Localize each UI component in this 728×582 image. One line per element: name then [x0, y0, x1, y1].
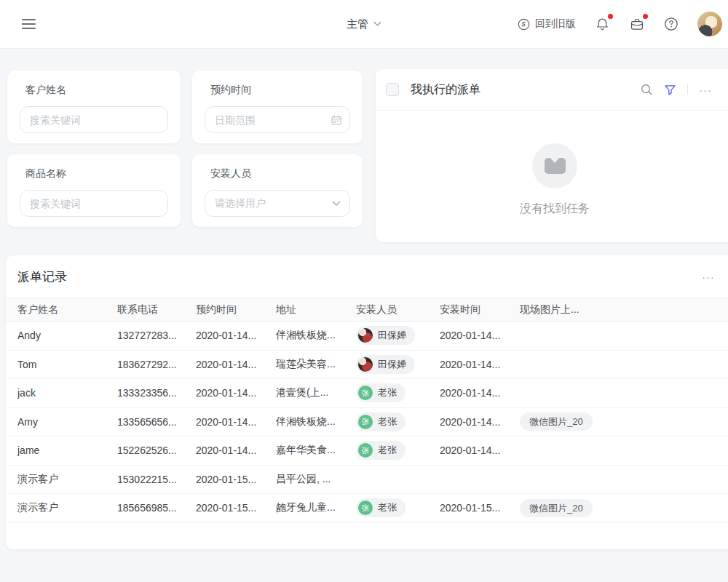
filter-label-product-name: 商品名称 — [25, 167, 168, 180]
cell-appointment-time: 2020-01-15... — [196, 474, 276, 485]
filter-card-appointment-time: 预约时间 — [192, 71, 363, 143]
installer-select-placeholder: 请选择用户 — [215, 197, 266, 210]
select-all-checkbox[interactable] — [386, 83, 399, 96]
installer-avatar — [358, 328, 373, 343]
cell-customer-name: jack — [17, 387, 117, 399]
topbar-actions: 回到旧版 — [518, 0, 724, 48]
menu-hamburger-icon[interactable] — [22, 19, 36, 29]
installer-tag: 张 老张 — [356, 383, 405, 402]
my-tasks-title: 我执行的派单 — [411, 82, 640, 97]
installer-tag: 田保婵 — [356, 355, 415, 374]
cell-appointment-time: 2020-01-14... — [196, 416, 276, 428]
cell-address: 嘉年华美食... — [276, 444, 356, 457]
cell-customer-name: Tom — [17, 359, 117, 370]
column-header: 安装人员 — [356, 303, 440, 316]
notification-dot — [608, 14, 613, 19]
cell-install-time: 2020-01-14... — [440, 359, 520, 370]
dispatch-records-title: 派单记录 — [17, 268, 67, 285]
cell-installer: 张 老张 — [356, 498, 440, 517]
bell-icon — [595, 17, 610, 32]
column-header: 地址 — [276, 303, 356, 316]
filter-label-installer: 安装人员 — [210, 167, 350, 180]
cell-install-time: 2020-01-15... — [440, 502, 520, 514]
dispatch-records-card: 派单记录 ··· 客户姓名联系电话预约时间地址安装人员安装时间现场图片上... … — [6, 255, 728, 549]
filter-card-installer: 安装人员 请选择用户 — [192, 154, 363, 227]
table-header-row: 客户姓名联系电话预约时间地址安装人员安装时间现场图片上... — [6, 298, 728, 322]
cell-installer: 田保婵 — [356, 326, 440, 345]
my-tasks-header: 我执行的派单 ··· — [376, 69, 728, 111]
table-row[interactable]: jack 133323356... 2020-01-14... 港壹煲(上...… — [6, 379, 728, 408]
table-row[interactable]: Amy 133565656... 2020-01-14... 伴湘铁板烧... … — [6, 408, 728, 437]
cell-appointment-time: 2020-01-14... — [196, 387, 276, 399]
cell-address: 龅牙兔儿童... — [276, 501, 356, 514]
more-actions-icon[interactable]: ··· — [699, 84, 712, 95]
cell-phone: 132727283... — [117, 330, 196, 341]
installer-select[interactable]: 请选择用户 — [205, 190, 350, 217]
help-button[interactable] — [664, 17, 678, 31]
chevron-down-icon — [332, 201, 341, 207]
cell-appointment-time: 2020-01-15... — [196, 502, 276, 514]
cell-phone: 133323356... — [117, 387, 196, 399]
user-avatar[interactable] — [697, 12, 722, 36]
product-name-input[interactable] — [20, 190, 168, 217]
installer-tag: 张 老张 — [356, 412, 405, 431]
cell-customer-name: jame — [17, 445, 117, 456]
date-range-input[interactable] — [205, 106, 350, 133]
customer-name-input[interactable] — [20, 106, 168, 133]
installer-name: 老张 — [378, 386, 397, 399]
cell-site-image: 微信图片_20 — [520, 412, 728, 431]
notification-bell-button[interactable] — [595, 17, 610, 32]
cell-installer: 张 老张 — [356, 383, 440, 402]
cell-phone: 153022215... — [117, 474, 196, 485]
my-tasks-panel: 我执行的派单 ··· 没有找到任务 — [376, 69, 728, 242]
cell-customer-name: 演示客户 — [17, 473, 117, 486]
table-row[interactable]: Andy 132727283... 2020-01-14... 伴湘铁板烧...… — [6, 322, 728, 351]
back-to-old-version-button[interactable]: 回到旧版 — [518, 17, 576, 31]
table-row[interactable]: jame 152262526... 2020-01-14... 嘉年华美食...… — [6, 436, 728, 466]
installer-tag: 田保婵 — [356, 326, 415, 345]
cell-address: 伴湘铁板烧... — [276, 329, 356, 342]
installer-tag: 张 老张 — [356, 498, 405, 517]
table-row[interactable]: 演示客户 153022215... 2020-01-15... 昌平公园, ..… — [6, 466, 728, 495]
cell-appointment-time: 2020-01-14... — [196, 330, 276, 341]
more-actions-icon[interactable]: ··· — [702, 271, 715, 282]
cell-customer-name: Andy — [17, 330, 117, 341]
installer-tag: 张 老张 — [356, 441, 405, 460]
workbench-button[interactable] — [629, 17, 645, 32]
empty-inbox-icon — [532, 143, 577, 188]
cell-phone: 152262526... — [117, 445, 196, 456]
installer-name: 老张 — [378, 501, 397, 514]
filter-label-customer-name: 客户姓名 — [25, 84, 168, 97]
filter-funnel-icon[interactable] — [664, 84, 676, 96]
top-bar: 主管 回到旧版 — [0, 0, 728, 49]
installer-avatar: 张 — [358, 443, 373, 458]
divider — [687, 84, 688, 95]
installer-avatar: 张 — [358, 415, 373, 429]
site-image-tag[interactable]: 微信图片_20 — [520, 499, 593, 517]
column-header: 现场图片上... — [520, 303, 728, 316]
installer-avatar: 张 — [358, 501, 373, 515]
installer-name: 田保婵 — [378, 329, 406, 342]
cell-appointment-time: 2020-01-14... — [196, 359, 276, 370]
installer-avatar: 张 — [358, 386, 373, 400]
cell-installer: 张 老张 — [356, 412, 440, 431]
column-header: 预约时间 — [196, 303, 276, 316]
filter-label-appointment-time: 预约时间 — [210, 84, 350, 97]
table-row[interactable]: Tom 183627292... 2020-01-14... 瑞莲朵美容... … — [6, 351, 728, 380]
cell-install-time: 2020-01-14... — [440, 387, 520, 399]
cell-install-time: 2020-01-14... — [440, 416, 520, 428]
role-label: 主管 — [347, 17, 368, 31]
installer-name: 老张 — [378, 415, 397, 428]
installer-avatar — [358, 357, 373, 372]
cell-phone: 183627292... — [117, 359, 196, 370]
role-switcher[interactable]: 主管 — [347, 0, 381, 48]
column-header: 联系电话 — [117, 303, 196, 316]
cell-address: 港壹煲(上... — [276, 386, 356, 399]
column-header: 客户姓名 — [17, 303, 117, 316]
site-image-tag[interactable]: 微信图片_20 — [520, 412, 593, 431]
empty-state: 没有找到任务 — [376, 143, 728, 217]
search-icon[interactable] — [640, 83, 653, 96]
cell-install-time: 2020-01-14... — [440, 445, 520, 456]
table-row[interactable]: 演示客户 185656985... 2020-01-15... 龅牙兔儿童...… — [6, 494, 728, 523]
filter-card-customer-name: 客户姓名 — [7, 71, 181, 143]
